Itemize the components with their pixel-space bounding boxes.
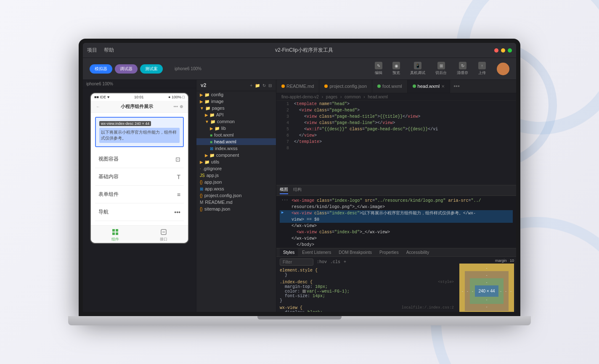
new-folder-icon[interactable]: 📁 (255, 83, 260, 88)
styles-tab-properties[interactable]: Properties (376, 248, 402, 256)
tree-index-wxss[interactable]: ⊠ index.wxss (196, 145, 276, 152)
action-background[interactable]: ⊞ 切后台 (432, 61, 450, 76)
tree-utils[interactable]: ▶ 📁 utils (196, 158, 276, 165)
tree-config[interactable]: ▶ 📁 config (196, 91, 276, 98)
tab-label: project.config.json (329, 84, 367, 89)
tree-readme[interactable]: M README.md (196, 199, 276, 206)
html-line: </wx-view> (280, 235, 513, 242)
window-controls (494, 48, 512, 53)
tree-image[interactable]: ▶ 📁 image (196, 98, 276, 105)
component-form[interactable]: 表单组件 ≡ (95, 186, 184, 203)
tree-api[interactable]: ▶ 📁 API (196, 111, 276, 118)
new-file-icon[interactable]: + (250, 83, 252, 88)
pseudo-hov[interactable]: :hov (317, 260, 327, 264)
folder-icon: ▶ 📁 (205, 153, 215, 158)
tab-more-icon[interactable]: ••• (450, 80, 463, 93)
bottom-nav-api[interactable]: 接口 (140, 228, 188, 242)
styles-prop-display: display: block; (285, 310, 454, 312)
action-real-debug[interactable]: 📱 真机调试 (407, 61, 429, 76)
breadcrumb-2[interactable]: common (345, 95, 360, 99)
styles-tab-accessibility[interactable]: Accessibility (403, 248, 432, 256)
tree-label: head.wxml (214, 139, 236, 144)
file-tree: v2 + 📁 ↻ ⊟ ▶ 📁 config ▶ (196, 80, 276, 312)
line-content: </template> (294, 139, 322, 145)
box-content-row: - 240 × 44 - (472, 285, 501, 297)
tree-label: README.md (205, 200, 232, 205)
styles-closing: } (280, 298, 454, 303)
action-edit[interactable]: ✎ 编辑 (371, 61, 386, 76)
tab-readme[interactable]: README.md (276, 80, 319, 93)
ide-app: 项目 帮助 v2-FinClip小程序开发工具 模拟器 (83, 43, 516, 312)
bottom-nav-components[interactable]: 组件 (91, 228, 140, 242)
add-style-rule[interactable]: + (344, 260, 346, 264)
component-basic-content[interactable]: 基础内容 T (95, 168, 184, 186)
tree-label: project.config.json (204, 193, 242, 198)
tab-project-config[interactable]: project.config.json (319, 80, 372, 93)
pseudo-cls[interactable]: .cls (330, 260, 340, 264)
tree-label: utils (211, 159, 220, 164)
code-line: 2 <view class="page-head"> (276, 107, 516, 113)
tree-foot-wxml[interactable]: ■ foot.wxml (196, 132, 276, 138)
tree-label: image (211, 99, 224, 104)
tree-lib[interactable]: ▶ 📁 lib (196, 125, 276, 132)
component-nav[interactable]: 导航 ••• (95, 203, 184, 221)
md-icon: M (200, 200, 203, 205)
menu-help[interactable]: 帮助 (104, 47, 114, 54)
styles-filter-input[interactable] (280, 258, 313, 266)
refresh-icon[interactable]: ↻ (262, 83, 266, 88)
tree-pages[interactable]: ▼ 📁 pages (196, 105, 276, 111)
box-padding-row: - - - (467, 278, 506, 304)
tree-head-wxml[interactable]: ■ head.wxml (196, 138, 276, 145)
styles-tab-styles[interactable]: Styles (280, 248, 298, 256)
line-num: 3 (280, 113, 289, 120)
simulator-button[interactable]: 模拟器 (90, 64, 112, 74)
folder-icon: ▶ 📁 (200, 160, 209, 164)
tree-project-config[interactable]: {} project.config.json (196, 192, 276, 199)
breadcrumb-0[interactable]: fino-applet-demo-v2 (281, 95, 319, 99)
test-button[interactable]: 测试案 (140, 64, 163, 74)
user-avatar[interactable] (497, 63, 509, 75)
action-preview[interactable]: ◉ 预览 (389, 61, 403, 76)
styles-tab-dom[interactable]: DOM Breakpoints (335, 248, 375, 256)
file-icon: · (200, 166, 201, 171)
styles-closing: } (285, 273, 454, 277)
tree-app-json[interactable]: {} app.json (196, 179, 276, 185)
wxml-icon: ■ (210, 133, 212, 137)
breadcrumb-3[interactable]: head.wxml (368, 95, 388, 99)
collapse-icon[interactable]: ⊟ (268, 83, 272, 88)
preview-icon: ◉ (392, 62, 400, 69)
nav-add[interactable]: ⊕ (180, 104, 183, 109)
padding-top-value: - (472, 280, 501, 285)
tree-component[interactable]: ▶ 📁 component (196, 152, 276, 158)
html-tab-overview[interactable]: 概图 (280, 187, 288, 194)
nav-more[interactable]: ••• (173, 104, 178, 109)
action-clear-cache[interactable]: ↻ 清缓存 (453, 61, 472, 76)
tree-gitignore[interactable]: · .gitignore (196, 165, 276, 172)
debugger-button[interactable]: 调试器 (115, 64, 138, 74)
menu-project[interactable]: 项目 (87, 47, 97, 54)
tree-label: API (216, 112, 224, 117)
close-button[interactable] (494, 48, 498, 53)
nav-actions: ••• ⊕ (173, 104, 183, 109)
tab-head-wxml[interactable]: head.wxml ✕ (408, 80, 451, 93)
tree-sitemap[interactable]: {} sitemap.json (196, 206, 276, 212)
nav-back[interactable]: ← (96, 104, 100, 109)
styles-tab-event[interactable]: Event Listeners (299, 248, 334, 256)
tree-app-wxss[interactable]: ⊠ app.wxss (196, 185, 276, 192)
tab-foot-wxml[interactable]: foot.wxml (372, 80, 407, 93)
desc-highlight-box: wx-view.index-desc 240 × 44 以下将展示小程序官方组件… (95, 117, 184, 147)
action-upload[interactable]: ↑ 上传 (475, 61, 489, 76)
tree-app-js[interactable]: JS app.js (196, 172, 276, 179)
margin-value: 10 (510, 258, 514, 263)
tab-close-icon[interactable]: ✕ (441, 84, 445, 89)
styles-content: :hov .cls + element.style { } (276, 257, 516, 312)
tree-common[interactable]: ▼ 📁 common (196, 118, 276, 125)
component-view-container[interactable]: 视图容器 ⊡ (95, 150, 184, 168)
maximize-button[interactable] (508, 48, 512, 53)
styles-selector: element.style { (280, 268, 454, 273)
line-content: </view> (294, 132, 317, 139)
code-line: 6 </view> (276, 132, 516, 139)
minimize-button[interactable] (501, 48, 505, 53)
breadcrumb-1[interactable]: pages (326, 95, 337, 99)
html-tab-structure[interactable]: 结构 (293, 187, 302, 194)
